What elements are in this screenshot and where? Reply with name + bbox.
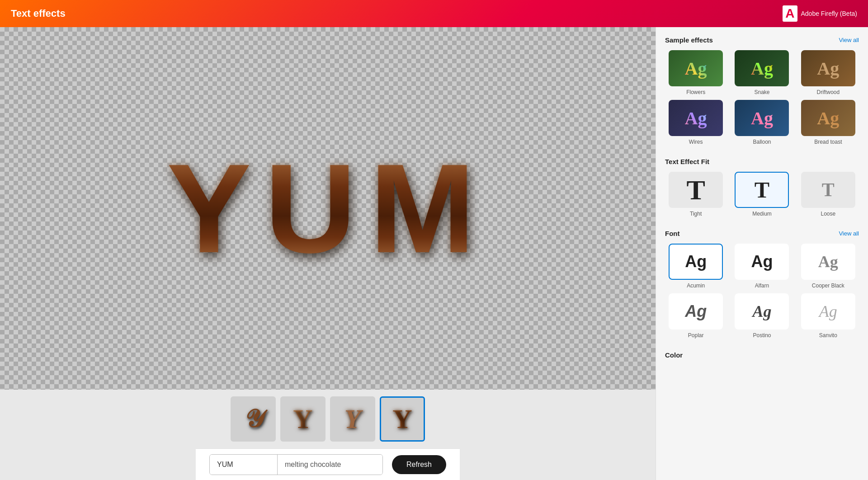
text-input-group bbox=[209, 454, 383, 475]
effect-snake[interactable]: Ag Snake bbox=[731, 50, 793, 95]
fit-options: T Tight T Medium T Loose bbox=[665, 172, 859, 217]
canvas-viewport: YUM bbox=[0, 27, 656, 390]
font-thumb-sanvito: Ag bbox=[801, 293, 855, 329]
thumbnail-letter-3: Y bbox=[344, 404, 361, 435]
color-title: Color bbox=[665, 351, 683, 359]
bread-toast-ag-text: Ag bbox=[817, 108, 839, 129]
app-title: Text effects bbox=[11, 8, 66, 19]
sample-effects-title: Sample effects bbox=[665, 36, 713, 44]
font-thumb-postino: Ag bbox=[735, 293, 789, 329]
fit-loose[interactable]: T Loose bbox=[797, 172, 859, 217]
adobe-logo: A Adobe Firefly (Beta) bbox=[783, 5, 857, 22]
sample-effects-header: Sample effects View all bbox=[665, 36, 859, 44]
tight-t-icon: T bbox=[686, 176, 705, 204]
effect-balloon[interactable]: Ag Balloon bbox=[731, 100, 793, 145]
app-header: Text effects A Adobe Firefly (Beta) bbox=[0, 0, 868, 27]
font-thumb-cooper: Ag bbox=[801, 244, 855, 280]
flowers-label: Flowers bbox=[686, 89, 705, 95]
postino-ag: Ag bbox=[752, 302, 771, 321]
sample-effects-section: Sample effects View all Ag Flowers Ag Sn… bbox=[665, 36, 859, 145]
font-acumin[interactable]: Ag Acumin bbox=[665, 244, 726, 289]
sanvito-label: Sanvito bbox=[819, 332, 837, 339]
poplar-label: Poplar bbox=[688, 332, 704, 339]
snake-label: Snake bbox=[754, 89, 769, 95]
poplar-ag: Ag bbox=[685, 302, 707, 321]
wires-label: Wires bbox=[689, 139, 703, 145]
effect-thumb-snake: Ag bbox=[735, 50, 789, 86]
thumbnail-3[interactable]: Y bbox=[330, 396, 375, 442]
font-section: Font View all Ag Acumin Ag Alfarn bbox=[665, 230, 859, 339]
effect-flowers[interactable]: Ag Flowers bbox=[665, 50, 726, 95]
canvas-area: YUM 𝒴 Y Y Y Refresh bbox=[0, 27, 656, 480]
font-cooper-black[interactable]: Ag Cooper Black bbox=[797, 244, 859, 289]
font-postino[interactable]: Ag Postino bbox=[731, 293, 793, 339]
wires-ag-text: Ag bbox=[685, 108, 707, 129]
effect-thumb-bread-toast: Ag bbox=[801, 100, 855, 136]
yum-display: YUM bbox=[79, 95, 576, 321]
acumin-label: Acumin bbox=[687, 282, 705, 289]
postino-label: Postino bbox=[753, 332, 771, 339]
effect-wires[interactable]: Ag Wires bbox=[665, 100, 726, 145]
sanvito-ag: Ag bbox=[819, 302, 837, 321]
effects-grid: Ag Flowers Ag Snake Ag Driftwood bbox=[665, 50, 859, 145]
driftwood-ag-text: Ag bbox=[817, 58, 839, 79]
color-section: Color bbox=[665, 351, 859, 359]
thumbnail-1[interactable]: 𝒴 bbox=[231, 396, 276, 442]
fit-thumb-medium: T bbox=[735, 172, 789, 208]
fit-tight[interactable]: T Tight bbox=[665, 172, 726, 217]
driftwood-label: Driftwood bbox=[816, 89, 840, 95]
medium-t-icon: T bbox=[755, 179, 769, 201]
bottom-bar: Refresh bbox=[196, 448, 460, 480]
balloon-ag-text: Ag bbox=[751, 108, 773, 129]
effect-thumb-flowers: Ag bbox=[669, 50, 723, 86]
thumbnail-strip: 𝒴 Y Y Y bbox=[226, 390, 429, 448]
balloon-label: Balloon bbox=[753, 139, 771, 145]
effect-thumb-balloon: Ag bbox=[735, 100, 789, 136]
snake-ag-text: Ag bbox=[751, 58, 773, 79]
bread-toast-label: Bread toast bbox=[814, 139, 842, 145]
alfarn-ag: Ag bbox=[751, 252, 773, 271]
alfarn-label: Alfarn bbox=[755, 282, 769, 289]
right-panel: Sample effects View all Ag Flowers Ag Sn… bbox=[656, 27, 868, 480]
yum-input[interactable] bbox=[210, 455, 278, 475]
font-thumb-alfarn: Ag bbox=[735, 244, 789, 280]
thumbnail-2[interactable]: Y bbox=[280, 396, 326, 442]
font-poplar[interactable]: Ag Poplar bbox=[665, 293, 726, 339]
font-title: Font bbox=[665, 230, 679, 237]
effect-input[interactable] bbox=[278, 455, 382, 475]
adobe-icon: A bbox=[783, 5, 797, 22]
effect-thumb-wires: Ag bbox=[669, 100, 723, 136]
fit-thumb-tight: T bbox=[669, 172, 723, 208]
main-content: YUM 𝒴 Y Y Y Refresh bbox=[0, 27, 868, 480]
fit-loose-label: Loose bbox=[821, 211, 835, 217]
fit-medium-label: Medium bbox=[752, 211, 772, 217]
font-alfarn[interactable]: Ag Alfarn bbox=[731, 244, 793, 289]
font-thumb-acumin: Ag bbox=[669, 244, 723, 280]
refresh-button[interactable]: Refresh bbox=[392, 455, 446, 474]
effect-driftwood[interactable]: Ag Driftwood bbox=[797, 50, 859, 95]
loose-t-icon: T bbox=[822, 180, 835, 199]
thumbnail-letter-1: 𝒴 bbox=[245, 405, 262, 433]
text-effect-fit-section: Text Effect Fit T Tight T Medium bbox=[665, 158, 859, 217]
fit-header: Text Effect Fit bbox=[665, 158, 859, 165]
sample-effects-view-all[interactable]: View all bbox=[839, 37, 859, 43]
fit-thumb-loose: T bbox=[801, 172, 855, 208]
font-view-all[interactable]: View all bbox=[839, 230, 859, 237]
flowers-ag-text: Ag bbox=[685, 58, 707, 79]
effect-bread-toast[interactable]: Ag Bread toast bbox=[797, 100, 859, 145]
cooper-ag: Ag bbox=[818, 252, 838, 271]
font-sanvito[interactable]: Ag Sanvito bbox=[797, 293, 859, 339]
thumbnail-letter-2: Y bbox=[293, 404, 312, 435]
cooper-label: Cooper Black bbox=[812, 282, 844, 289]
font-grid: Ag Acumin Ag Alfarn Ag Cooper Black bbox=[665, 244, 859, 339]
fit-title: Text Effect Fit bbox=[665, 158, 709, 165]
color-header: Color bbox=[665, 351, 859, 359]
font-header: Font View all bbox=[665, 230, 859, 237]
thumbnail-4[interactable]: Y bbox=[380, 396, 425, 442]
acumin-ag: Ag bbox=[685, 252, 707, 271]
fit-tight-label: Tight bbox=[690, 211, 702, 217]
fit-medium[interactable]: T Medium bbox=[731, 172, 793, 217]
font-thumb-poplar: Ag bbox=[669, 293, 723, 329]
yum-text: YUM bbox=[167, 136, 489, 281]
adobe-label: Adobe Firefly (Beta) bbox=[801, 10, 858, 17]
